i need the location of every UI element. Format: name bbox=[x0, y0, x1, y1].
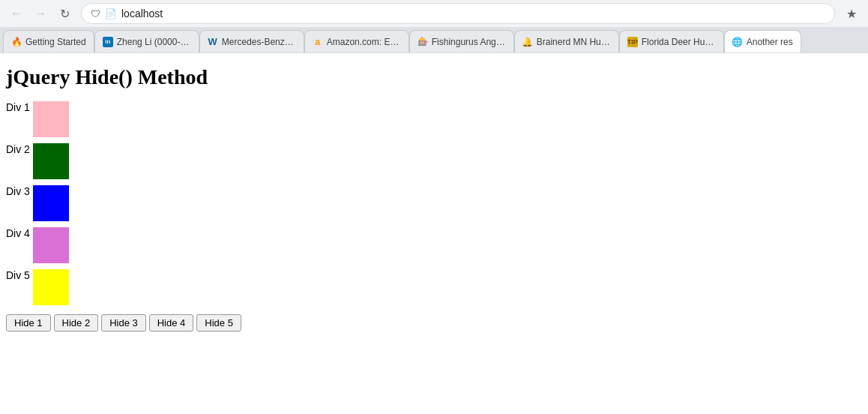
tab-label-tab-brainerd: Brainerd MN Hunting ... bbox=[537, 37, 611, 47]
hide-button-5[interactable]: Hide 5 bbox=[196, 314, 241, 332]
browser-tab-tab-zheng-li[interactable]: inZheng Li (0000-0002-3... bbox=[94, 30, 199, 52]
tab-label-tab-zheng-li: Zheng Li (0000-0002-3... bbox=[117, 37, 191, 47]
tab-label-tab-mercedes: Mercedes-Benz G-Clas... bbox=[222, 37, 296, 47]
colored-box-3 bbox=[33, 185, 69, 221]
div-row-5: Div 5 bbox=[6, 269, 862, 305]
hide-button-1[interactable]: Hide 1 bbox=[6, 314, 51, 332]
tab-label-tab-florida: Florida Deer Hunting S... bbox=[642, 37, 716, 47]
browser-tab-tab-mercedes[interactable]: WMercedes-Benz G-Clas... bbox=[199, 30, 304, 52]
address-bar[interactable]: 🛡 📄 localhost bbox=[81, 3, 835, 24]
colored-box-4 bbox=[33, 227, 69, 263]
div-label-2: Div 2 bbox=[6, 143, 30, 155]
div-row-3: Div 3 bbox=[6, 185, 862, 221]
bookmark-button[interactable]: ★ bbox=[841, 3, 862, 24]
colored-box-1 bbox=[33, 101, 69, 137]
browser-tab-tab-amazon[interactable]: aAmazon.com: ExpertP... bbox=[304, 30, 409, 52]
page-title: jQuery Hide() Method bbox=[6, 65, 862, 89]
browser-tab-tab-another[interactable]: 🌐Another res bbox=[724, 30, 801, 52]
div-label-1: Div 1 bbox=[6, 101, 30, 113]
div-label-5: Div 5 bbox=[6, 269, 30, 281]
colored-box-2 bbox=[33, 143, 69, 179]
tab-label-tab-getting-started: Getting Started bbox=[25, 37, 86, 47]
buttons-row: Hide 1Hide 2Hide 3Hide 4Hide 5 bbox=[6, 314, 862, 332]
address-text: localhost bbox=[121, 8, 825, 20]
browser-chrome: ← → ↻ 🛡 📄 localhost ★ 🔥Getting Startedin… bbox=[0, 0, 868, 53]
page-content: jQuery Hide() Method Div 1Div 2Div 3Div … bbox=[0, 53, 868, 398]
div-row-1: Div 1 bbox=[6, 101, 862, 137]
back-button[interactable]: ← bbox=[6, 3, 27, 24]
div-label-3: Div 3 bbox=[6, 185, 30, 197]
tab-label-tab-another: Another res bbox=[747, 37, 793, 47]
colored-box-5 bbox=[33, 269, 69, 305]
hide-button-3[interactable]: Hide 3 bbox=[101, 314, 146, 332]
div-row-4: Div 4 bbox=[6, 227, 862, 263]
hide-button-2[interactable]: Hide 2 bbox=[54, 314, 99, 332]
tab-favicon-tab-zheng-li: in bbox=[103, 37, 113, 47]
tab-favicon-tab-fishingurus: 🎰 bbox=[418, 37, 428, 47]
tab-label-tab-amazon: Amazon.com: ExpertP... bbox=[327, 37, 401, 47]
browser-toolbar: ← → ↻ 🛡 📄 localhost ★ bbox=[0, 0, 868, 27]
tabs-bar: 🔥Getting StartedinZheng Li (0000-0002-3.… bbox=[0, 27, 868, 52]
tab-label-tab-fishingurus: Fishingurus Angler's I... bbox=[432, 37, 506, 47]
tab-favicon-tab-amazon: a bbox=[313, 37, 323, 47]
browser-tab-tab-florida[interactable]: TIPFlorida Deer Hunting S... bbox=[619, 30, 724, 52]
div-row-2: Div 2 bbox=[6, 143, 862, 179]
nav-buttons: ← → ↻ bbox=[6, 3, 75, 24]
page-icon: 📄 bbox=[105, 8, 117, 20]
reload-button[interactable]: ↻ bbox=[54, 3, 75, 24]
forward-button[interactable]: → bbox=[30, 3, 51, 24]
security-icon: 🛡 bbox=[91, 8, 100, 20]
div-items-container: Div 1Div 2Div 3Div 4Div 5 bbox=[6, 101, 862, 305]
browser-tab-tab-fishingurus[interactable]: 🎰Fishingurus Angler's I... bbox=[409, 30, 514, 52]
tab-favicon-tab-getting-started: 🔥 bbox=[11, 37, 22, 47]
tab-favicon-tab-another: 🌐 bbox=[732, 37, 743, 47]
tab-favicon-tab-mercedes: W bbox=[208, 37, 218, 47]
hide-button-4[interactable]: Hide 4 bbox=[149, 314, 194, 332]
browser-tab-tab-getting-started[interactable]: 🔥Getting Started bbox=[3, 30, 94, 52]
div-label-4: Div 4 bbox=[6, 227, 30, 239]
tab-favicon-tab-florida: TIP bbox=[627, 37, 638, 47]
tab-favicon-tab-brainerd: 🔔 bbox=[522, 37, 533, 47]
browser-tab-tab-brainerd[interactable]: 🔔Brainerd MN Hunting ... bbox=[514, 30, 619, 52]
